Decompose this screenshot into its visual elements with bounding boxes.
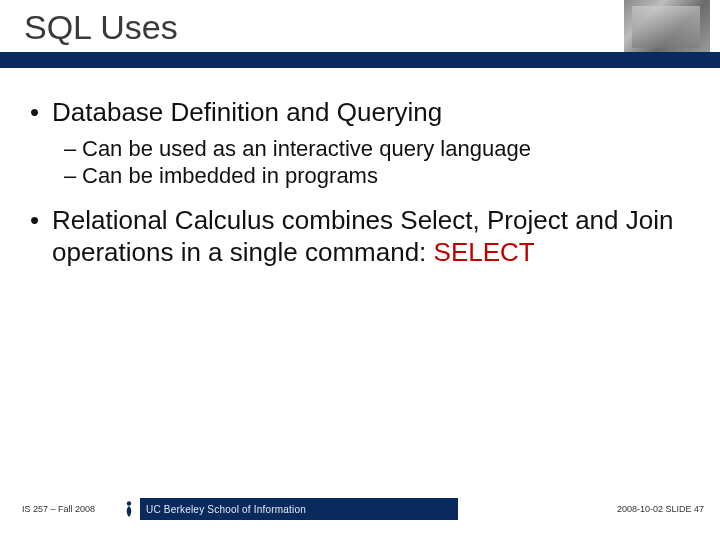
bullet-level1: Database Definition and Querying — [30, 96, 690, 129]
slide: SQL Uses Database Definition and Queryin… — [0, 0, 720, 540]
bullet-level2: Can be imbedded in programs — [30, 162, 690, 190]
bullet-level2: Can be used as an interactive query lang… — [30, 135, 690, 163]
footer-right-text: 2008-10-02 SLIDE 47 — [617, 504, 704, 514]
footer-school-name: UC Berkeley School of Information — [146, 504, 306, 515]
title-underline — [0, 52, 720, 68]
title-photo — [624, 0, 710, 52]
footer: IS 257 – Fall 2008 UC Berkeley School of… — [0, 492, 720, 526]
title-band: SQL Uses — [0, 0, 720, 70]
slide-title: SQL Uses — [24, 8, 178, 47]
footer-bar: UC Berkeley School of Information — [122, 498, 458, 520]
bullet-text: Relational Calculus combines Select, Pro… — [52, 205, 673, 268]
footer-left-text: IS 257 – Fall 2008 — [22, 504, 95, 514]
keyword-select: SELECT — [434, 237, 535, 267]
bullet-level1: Relational Calculus combines Select, Pro… — [30, 204, 690, 269]
content-area: Database Definition and Querying Can be … — [30, 96, 690, 275]
school-logo-icon — [118, 498, 140, 520]
spacer — [30, 190, 690, 204]
svg-point-0 — [127, 501, 131, 505]
